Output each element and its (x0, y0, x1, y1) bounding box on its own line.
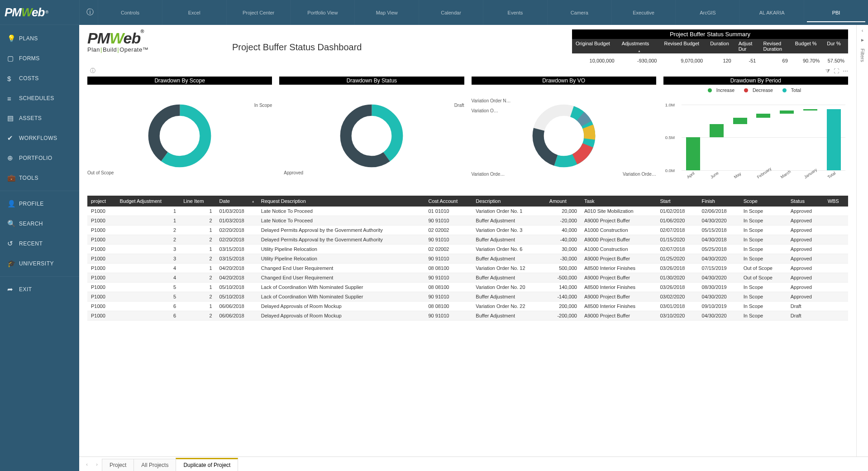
top-tab-events[interactable]: Events (483, 0, 547, 25)
brand-block: PMWeb® Plan|Build|Operate™ (87, 29, 223, 53)
tab-next-icon[interactable]: › (92, 457, 102, 471)
plans-icon: 💡 (7, 34, 19, 43)
top-tab-camera[interactable]: Camera (547, 0, 611, 25)
top-tab-excel[interactable]: Excel (162, 0, 226, 25)
col-line-item[interactable]: Line Item (180, 196, 215, 207)
sidebar-item-recent[interactable]: ↺RECENT (0, 234, 79, 254)
table-row[interactable]: P10002102/20/2018Delayed Permits Approva… (87, 226, 848, 235)
top-tab-pbi[interactable]: PBI (804, 0, 868, 25)
card-drawdown-vo[interactable]: Drawdown By VO (472, 77, 656, 187)
collapse-icon[interactable]: ‹ (862, 28, 863, 33)
card-drawdown-period[interactable]: Drawdown By Period Increase Decrease Tot… (663, 77, 848, 187)
summary-col[interactable]: Dur % (823, 39, 848, 53)
table-row[interactable]: P10005205/10/2018Lack of Coordination Wi… (87, 292, 848, 302)
table-row[interactable]: P10006106/06/2018Delayed Approvals of Ro… (87, 302, 848, 311)
summary-col[interactable]: Revised Budget (661, 39, 707, 53)
svg-point-5 (346, 110, 398, 162)
waterfall-bar[interactable] (803, 109, 817, 111)
schedules-icon: ≡ (7, 95, 19, 102)
table-row[interactable]: P10002202/20/2018Delayed Permits Approva… (87, 235, 848, 245)
top-tab-executive[interactable]: Executive (611, 0, 676, 25)
label-approved: Approved (284, 170, 303, 175)
top-tab-project-center[interactable]: Project Center (226, 0, 291, 25)
top-tab-portfolio-view[interactable]: Portfolio View (290, 0, 354, 25)
col-budget-adjustment[interactable]: Budget Adjustment (116, 196, 180, 207)
col-start[interactable]: Start (656, 196, 698, 207)
waterfall-bar[interactable] (686, 137, 700, 170)
summary-table: Project Buffer Status Summary Original B… (572, 29, 848, 65)
recent-icon: ↺ (7, 240, 19, 248)
summary-col[interactable]: Adjustments (618, 39, 661, 53)
col-cost-account[interactable]: Cost Account (424, 196, 472, 207)
university-icon: 🎓 (7, 260, 19, 268)
sidebar-item-plans[interactable]: 💡PLANS (0, 29, 79, 48)
summary-col[interactable]: Revised Duration (759, 39, 791, 53)
sidebar-item-schedules[interactable]: ≡SCHEDULES (0, 88, 79, 108)
sidebar-item-assets[interactable]: ▤ASSETS (0, 108, 79, 128)
col-scope[interactable]: Scope (740, 196, 787, 207)
sidebar-item-profile[interactable]: 👤PROFILE (0, 194, 79, 214)
filter-icon[interactable]: ▸ (861, 37, 864, 43)
col-finish[interactable]: Finish (698, 196, 740, 207)
col-status[interactable]: Status (787, 196, 824, 207)
tab-prev-icon[interactable]: ‹ (82, 457, 92, 471)
app-logo[interactable]: PMWeb® (0, 0, 79, 25)
summary-col[interactable]: Duration (706, 39, 735, 53)
sheet-tab-duplicate-of-project[interactable]: Duplicate of Project (176, 458, 238, 471)
sheet-tab-all-projects[interactable]: All Projects (134, 459, 176, 471)
table-row[interactable]: P10004104/20/2018Changed End User Requir… (87, 264, 848, 273)
search-icon: 🔍 (7, 220, 19, 228)
waterfall-bar[interactable] (780, 111, 794, 114)
col-project[interactable]: project (87, 196, 116, 207)
sidebar-item-tools[interactable]: 💼TOOLS (0, 168, 79, 188)
waterfall-bar[interactable] (733, 118, 747, 125)
summary-col[interactable]: Budget % (792, 39, 823, 53)
top-tab-calendar[interactable]: Calendar (419, 0, 483, 25)
summary-col[interactable]: Original Budget (572, 39, 618, 53)
col-request-description[interactable]: Request Description (258, 196, 425, 207)
more-icon[interactable]: ⋯ (843, 68, 848, 74)
sidebar-item-exit[interactable]: ➦EXIT (0, 279, 79, 299)
info-icon[interactable]: ⓘ (82, 8, 98, 17)
info-icon[interactable]: ⓘ (90, 67, 95, 75)
table-row[interactable]: P10005105/10/2018Lack of Coordination Wi… (87, 283, 848, 292)
table-row[interactable]: P10003103/15/2018Utility Pipeline Reloca… (87, 245, 848, 254)
card-drawdown-status[interactable]: Drawdown By Status Draft (279, 77, 464, 187)
col-description[interactable]: Description (472, 196, 545, 207)
sidebar-item-costs[interactable]: $COSTS (0, 68, 79, 88)
sidebar-item-university[interactable]: 🎓UNIVERSITY (0, 254, 79, 274)
table-row[interactable]: P10001101/03/2018Late Notice To Proceed0… (87, 207, 848, 216)
sidebar-item-workflows[interactable]: ✔WORKFLOWS (0, 128, 79, 148)
focus-icon[interactable]: ⛶ (834, 68, 839, 74)
col-task[interactable]: Task (581, 196, 657, 207)
top-tab-arcgis[interactable]: ArcGIS (675, 0, 739, 25)
card-drawdown-scope[interactable]: Drawdown By Scope In Scope (87, 77, 272, 187)
filters-rail[interactable]: ‹ ▸ Filters (856, 25, 868, 457)
col-amount[interactable]: Amount (546, 196, 581, 207)
waterfall-bar[interactable] (756, 114, 770, 118)
table-row[interactable]: P10004204/20/2018Changed End User Requir… (87, 273, 848, 283)
dashboard-content: PMWeb® Plan|Build|Operate™ Project Buffe… (79, 25, 856, 457)
topbar: ⓘ ControlsExcelProject CenterPortfolio V… (79, 0, 868, 25)
table-row[interactable]: P10001201/03/2018Late Notice To Proceed9… (87, 216, 848, 226)
sidebar-item-search[interactable]: 🔍SEARCH (0, 214, 79, 234)
summary-col[interactable]: Adjust Dur (735, 39, 760, 53)
col-date[interactable]: Date (216, 196, 258, 207)
data-table[interactable]: projectBudget AdjustmentLine ItemDateReq… (87, 196, 848, 321)
sheet-tab-project[interactable]: Project (102, 459, 134, 471)
sidebar-item-forms[interactable]: ▢FORMS (0, 48, 79, 68)
table-row[interactable]: P10006206/06/2018Delayed Approvals of Ro… (87, 311, 848, 321)
filter-icon[interactable]: ⧩ (825, 68, 830, 74)
col-wbs[interactable]: WBS (824, 196, 848, 207)
waterfall-bar[interactable] (827, 109, 841, 170)
waterfall-bar[interactable] (710, 124, 724, 137)
table-row[interactable]: P10003203/15/2018Utility Pipeline Reloca… (87, 254, 848, 264)
label-out-scope: Out of Scope (87, 170, 114, 175)
sheet-tabs: ‹ › ProjectAll ProjectsDuplicate of Proj… (79, 457, 868, 471)
workflows-icon: ✔ (7, 134, 19, 142)
top-tab-al-akaria[interactable]: AL AKARIA (739, 0, 804, 25)
top-tab-controls[interactable]: Controls (98, 0, 162, 25)
card-toolbar: ⓘ ⧩ ⛶ ⋯ (87, 65, 848, 76)
top-tab-map-view[interactable]: Map View (354, 0, 419, 25)
sidebar-item-portfolio[interactable]: ⊕PORTFOLIO (0, 148, 79, 168)
